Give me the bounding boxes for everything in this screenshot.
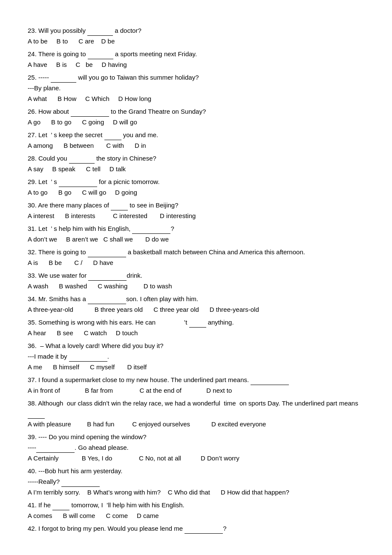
q35-blank [189, 327, 206, 328]
q34-options: A three-year-old B three years old C thr… [28, 305, 364, 315]
q40-blank [61, 486, 100, 487]
question-23: 23. Will you possibly a doctor? A to be … [28, 26, 364, 46]
question-28: 28. Could you the story in Chinese? A sa… [28, 153, 364, 174]
question-32: 32. There is going to a basketball match… [28, 247, 364, 268]
question-31: 31. Let ’ s help him with his English, ?… [28, 224, 364, 244]
q36-text: 36. – What a lovely card! Where did you … [28, 341, 364, 351]
q39-blank [36, 452, 75, 453]
q29-text: 29. Let ’ s for a picnic tomorrow. [28, 177, 364, 187]
q23-blank [87, 35, 113, 36]
question-38: 38. Although our class didn’t win the re… [28, 398, 364, 429]
question-36: 36. – What a lovely card! Where did you … [28, 341, 364, 372]
q36-sub: ---I made it by . [28, 351, 364, 362]
q34-text: 34. Mr. Smiths has a son. I often play w… [28, 294, 364, 304]
q40-sub: -----Really? [28, 477, 364, 487]
q33-text: 33. We use water for drink. [28, 270, 364, 281]
q40-options: A I’m terribly sorry. B What’s wrong wit… [28, 487, 364, 497]
q24-text: 24. There is going to a sports meeting n… [28, 49, 364, 59]
question-27: 27. Let ’ s keep the secret you and me. … [28, 130, 364, 151]
question-42: 42. I forgot to bring my pen. Would you … [28, 523, 364, 534]
q24-options: A have B is C be D having [28, 60, 364, 70]
q26-text: 26. How about to the Grand Theatre on Su… [28, 106, 364, 117]
q33-blank [88, 280, 127, 281]
q39-text: 39. ---- Do you mind opening the window? [28, 432, 364, 442]
q37-blank [251, 385, 289, 385]
q29-options: A to go B go C will go D going [28, 187, 364, 198]
q37-options: A in front of B far from C at the end of… [28, 385, 364, 396]
question-39: 39. ---- Do you mind opening the window?… [28, 432, 364, 463]
q33-options: A wash B washed C washing D to wash [28, 281, 364, 291]
question-26: 26. How about to the Grand Theatre on Su… [28, 106, 364, 127]
q28-blank [69, 163, 95, 164]
q31-blank [132, 233, 170, 234]
q38-options: A with pleasure B had fun C enjoyed ours… [28, 419, 364, 429]
q24-blank [88, 59, 113, 59]
question-25: 25. ----- will you go to Taiwan this sum… [28, 72, 364, 104]
q25-options: A what B How C Which D How long [28, 94, 364, 104]
q25-blank [51, 82, 76, 83]
q39-options: A Certainly B Yes, I do C No, not at all… [28, 453, 364, 463]
q31-text: 31. Let ’ s help him with his English, ? [28, 224, 364, 234]
question-35: 35. Something is wrong with his ears. He… [28, 317, 364, 338]
q42-text: 42. I forgot to bring my pen. Would you … [28, 523, 364, 534]
q36-options: A me B himself C myself D itself [28, 362, 364, 372]
question-29: 29. Let ’ s for a picnic tomorrow. A to … [28, 177, 364, 198]
q27-options: A among B between C with D in [28, 141, 364, 151]
q26-options: A go B to go C going D will go [28, 117, 364, 127]
exam-content: 23. Will you possibly a doctor? A to be … [28, 26, 364, 534]
q34-blank [88, 304, 126, 304]
q25-text: 25. ----- will you go to Taiwan this sum… [28, 72, 364, 83]
q41-text: 41. If he tomorrow, I ’ll help him with … [28, 500, 364, 510]
q36-blank [69, 361, 107, 362]
q30-text: 30. Are there many places of to see in B… [28, 200, 364, 210]
question-30: 30. Are there many places of to see in B… [28, 200, 364, 221]
q32-text: 32. There is going to a basketball match… [28, 247, 364, 257]
q32-blank [88, 257, 126, 257]
q35-text: 35. Something is wrong with his ears. He… [28, 317, 364, 328]
q28-options: A say B speak C tell D talk [28, 164, 364, 174]
q41-options: A comes B will come C come D came [28, 511, 364, 521]
q27-blank [104, 140, 121, 140]
q42-blank [184, 533, 223, 534]
q25-sub: ---By plane. [28, 83, 364, 93]
q39-sub: ----. Go ahead please. [28, 443, 364, 453]
q31-options: A don’t we B aren’t we C shall we D do w… [28, 234, 364, 244]
question-41: 41. If he tomorrow, I ’ll help him with … [28, 500, 364, 521]
q35-options: A hear B see C watch D touch [28, 328, 364, 338]
q28-text: 28. Could you the story in Chinese? [28, 153, 364, 164]
q30-options: A interest B interests C interested D in… [28, 211, 364, 221]
q40-text: 40. ---Bob hurt his arm yesterday. [28, 466, 364, 476]
q26-blank [71, 116, 109, 117]
q30-blank [111, 210, 128, 210]
q23-text: 23. Will you possibly a doctor? [28, 26, 364, 36]
q32-options: A is B be C / D have [28, 258, 364, 268]
question-37: 37. I found a supermarket close to my ne… [28, 375, 364, 396]
q27-text: 27. Let ’ s keep the secret you and me. [28, 130, 364, 140]
q29-blank [59, 187, 97, 187]
q41-blank [52, 510, 69, 510]
question-24: 24. There is going to a sports meeting n… [28, 49, 364, 70]
question-40: 40. ---Bob hurt his arm yesterday. -----… [28, 466, 364, 497]
q37-text: 37. I found a supermarket close to my ne… [28, 375, 364, 385]
q38-blank [28, 418, 45, 419]
q38-text: 38. Although our class didn’t win the re… [28, 398, 364, 419]
question-33: 33. We use water for drink. A wash B was… [28, 270, 364, 291]
question-34: 34. Mr. Smiths has a son. I often play w… [28, 294, 364, 315]
q23-options: A to be B to C are D be [28, 36, 364, 46]
